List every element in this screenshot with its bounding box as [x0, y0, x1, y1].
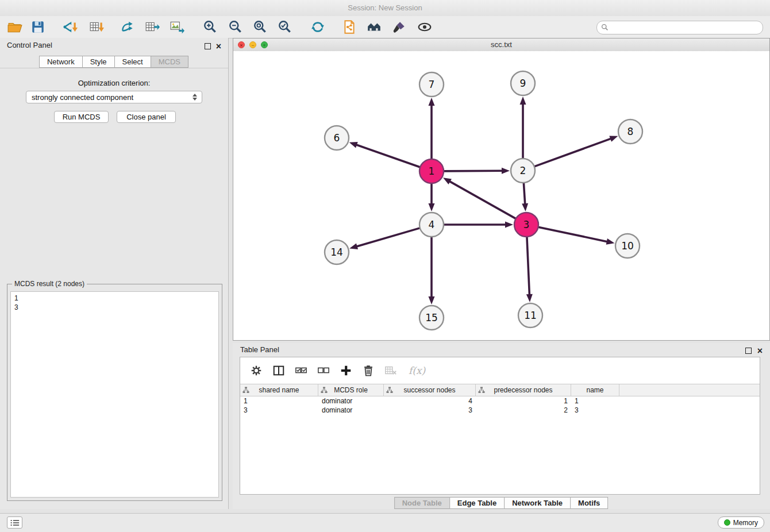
minimize-window-button[interactable]: −: [249, 41, 256, 48]
graph-node-11[interactable]: 11: [518, 303, 542, 327]
graph-edge-2-3[interactable]: [522, 183, 528, 211]
tab-mcds[interactable]: MCDS: [151, 56, 188, 68]
graph-edge-3-11[interactable]: [526, 237, 533, 302]
close-window-button[interactable]: ×: [238, 41, 245, 48]
graph-node-4[interactable]: 4: [419, 213, 444, 237]
export-network-button[interactable]: [117, 18, 138, 36]
graph-node-14[interactable]: 14: [325, 240, 349, 264]
column-header-successor-nodes[interactable]: successor nodes: [384, 384, 476, 396]
memory-button[interactable]: Memory: [718, 516, 764, 529]
graph-edge-3-10[interactable]: [538, 227, 615, 244]
style-tool-button[interactable]: [389, 18, 410, 36]
import-network-file-button[interactable]: [60, 18, 80, 36]
memory-status-icon: [724, 519, 730, 526]
graph-edge-1-6[interactable]: [349, 142, 420, 167]
mcds-result-list[interactable]: 1 3: [10, 291, 219, 498]
float-table-panel-button[interactable]: [745, 348, 752, 354]
tab-motifs[interactable]: Motifs: [570, 497, 608, 509]
zoom-selected-button[interactable]: [275, 18, 295, 36]
graph-node-10[interactable]: 10: [615, 234, 640, 258]
cell-predecessor-nodes[interactable]: 2: [476, 406, 571, 415]
float-control-panel-button[interactable]: [205, 43, 211, 49]
column-header-shared-name[interactable]: shared name: [240, 384, 318, 396]
table-settings-button[interactable]: [248, 362, 265, 379]
graph-node-3[interactable]: 3: [514, 213, 538, 237]
tab-select[interactable]: Select: [114, 56, 151, 68]
cell-successor-nodes[interactable]: 4: [384, 396, 476, 406]
tab-node-table[interactable]: Node Table: [394, 497, 450, 509]
cell-name[interactable]: 3: [571, 406, 619, 415]
cell-name[interactable]: 1: [571, 396, 619, 406]
graph-node-9[interactable]: 9: [511, 71, 535, 95]
close-table-panel-button[interactable]: ×: [757, 348, 763, 354]
export-image-button[interactable]: [167, 18, 187, 36]
save-session-button[interactable]: [28, 18, 48, 36]
close-control-panel-button[interactable]: ×: [216, 43, 221, 49]
graph-node-8[interactable]: 8: [618, 119, 642, 144]
apply-layout-button[interactable]: [307, 18, 328, 36]
cell-successor-nodes[interactable]: 3: [384, 406, 476, 415]
graph-edge-4-3[interactable]: [444, 222, 513, 228]
optimization-criterion-select[interactable]: strongly connected component: [26, 91, 202, 103]
show-graphics-details-button[interactable]: [414, 18, 435, 36]
tab-style[interactable]: Style: [82, 56, 115, 68]
import-table-icon: [89, 20, 104, 34]
import-table-file-button[interactable]: [86, 18, 107, 36]
table-row[interactable]: 1 dominator 4 1 1: [240, 396, 760, 406]
zoom-fit-button[interactable]: [250, 18, 271, 36]
tab-network[interactable]: Network: [39, 56, 83, 68]
cell-mcds-role[interactable]: dominator: [318, 406, 384, 415]
search-input[interactable]: [611, 22, 760, 33]
task-history-button[interactable]: [7, 516, 22, 529]
import-public-network-button[interactable]: [339, 18, 360, 36]
maximize-window-button[interactable]: +: [261, 41, 268, 48]
zoom-out-button[interactable]: [225, 18, 246, 36]
open-session-button[interactable]: [5, 18, 25, 36]
plus-icon: [340, 364, 352, 377]
function-builder-button[interactable]: f(x): [405, 364, 428, 377]
graph-node-6[interactable]: 6: [325, 126, 349, 150]
delete-column-button[interactable]: [360, 362, 378, 379]
column-header-mcds-role[interactable]: MCDS role: [318, 384, 384, 396]
column-header-predecessor-nodes[interactable]: predecessor nodes: [476, 384, 571, 396]
cell-predecessor-nodes[interactable]: 1: [476, 396, 571, 406]
application-window: Session: New Session: [0, 0, 770, 532]
search-box: [596, 21, 763, 34]
network-window-titlebar[interactable]: scc.txt: [233, 38, 769, 52]
export-network-icon: [120, 20, 135, 34]
graph-edge-4-15[interactable]: [429, 237, 435, 304]
select-stepper-icon: [192, 94, 197, 101]
graph-edge-2-8[interactable]: [534, 136, 618, 166]
cell-shared-name[interactable]: 1: [240, 396, 318, 406]
delete-table-button[interactable]: [383, 362, 400, 379]
close-panel-button[interactable]: Close panel: [117, 111, 176, 123]
network-browser-button[interactable]: [364, 18, 384, 36]
split-table-button[interactable]: [271, 362, 288, 379]
tab-network-table[interactable]: Network Table: [504, 497, 571, 509]
graph-node-7[interactable]: 7: [419, 72, 444, 97]
graph-edge-1-2[interactable]: [444, 168, 510, 174]
graph-edge-1-4[interactable]: [429, 183, 435, 211]
tab-edge-table[interactable]: Edge Table: [449, 497, 505, 509]
export-table-button[interactable]: [142, 18, 163, 36]
network-canvas[interactable]: 7968124314101511: [233, 51, 769, 340]
unselect-all-icon: [317, 364, 330, 377]
zoom-in-button[interactable]: [200, 18, 221, 36]
graph-edge-4-14[interactable]: [349, 228, 420, 249]
run-mcds-button[interactable]: Run MCDS: [54, 111, 109, 123]
unselect-all-button[interactable]: [315, 362, 333, 379]
graph-edge-2-9[interactable]: [520, 97, 526, 159]
graph-edge-3-1[interactable]: [443, 178, 516, 218]
graph-node-15[interactable]: 15: [419, 306, 444, 330]
graph-node-1[interactable]: 1: [419, 159, 444, 183]
graph-edge-1-7[interactable]: [429, 98, 435, 159]
select-all-button[interactable]: [293, 362, 310, 379]
table-row[interactable]: 3 dominator 3 2 3: [240, 406, 760, 415]
title-bar[interactable]: Session: New Session: [0, 0, 770, 17]
column-header-name[interactable]: name: [571, 384, 619, 396]
add-column-button[interactable]: [338, 362, 355, 379]
graph-node-2[interactable]: 2: [511, 159, 535, 183]
cell-mcds-role[interactable]: dominator: [318, 396, 384, 406]
export-table-icon: [145, 20, 160, 34]
cell-shared-name[interactable]: 3: [240, 406, 318, 415]
